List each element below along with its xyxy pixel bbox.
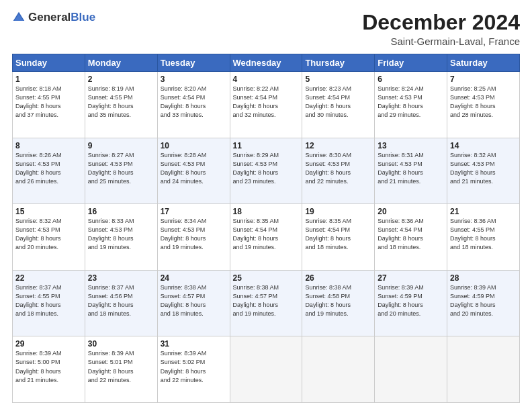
day-info: Sunrise: 8:35 AMSunset: 4:54 PMDaylight:… <box>233 217 300 252</box>
day-number: 22 <box>15 273 82 283</box>
header: GeneralBlue December 2024 Saint-Germain-… <box>12 11 520 47</box>
day-number: 31 <box>161 339 227 349</box>
day-number: 27 <box>378 273 444 283</box>
table-row: 31Sunrise: 8:39 AMSunset: 5:02 PMDayligh… <box>157 336 230 403</box>
table-row: 2Sunrise: 8:19 AMSunset: 4:55 PMDaylight… <box>85 72 157 138</box>
table-row: 3Sunrise: 8:20 AMSunset: 4:54 PMDaylight… <box>157 72 230 138</box>
table-row <box>230 336 302 403</box>
table-row: 16Sunrise: 8:33 AMSunset: 4:53 PMDayligh… <box>85 204 157 271</box>
day-info: Sunrise: 8:26 AMSunset: 4:53 PMDaylight:… <box>15 151 82 186</box>
col-friday: Friday <box>375 54 447 72</box>
day-info: Sunrise: 8:39 AMSunset: 5:00 PMDaylight:… <box>15 349 82 384</box>
day-number: 9 <box>88 141 154 150</box>
day-info: Sunrise: 8:35 AMSunset: 4:54 PMDaylight:… <box>305 217 371 252</box>
col-monday: Monday <box>85 54 157 72</box>
day-number: 25 <box>233 273 300 283</box>
calendar-week-row: 22Sunrise: 8:37 AMSunset: 4:55 PMDayligh… <box>13 270 520 336</box>
table-row: 10Sunrise: 8:28 AMSunset: 4:53 PMDayligh… <box>157 138 230 204</box>
table-row: 12Sunrise: 8:30 AMSunset: 4:53 PMDayligh… <box>302 138 375 204</box>
table-row: 22Sunrise: 8:37 AMSunset: 4:55 PMDayligh… <box>13 270 85 336</box>
table-row: 6Sunrise: 8:24 AMSunset: 4:53 PMDaylight… <box>375 72 447 138</box>
table-row: 17Sunrise: 8:34 AMSunset: 4:53 PMDayligh… <box>157 204 230 271</box>
day-number: 23 <box>88 273 154 283</box>
day-info: Sunrise: 8:28 AMSunset: 4:53 PMDaylight:… <box>161 151 227 186</box>
day-info: Sunrise: 8:37 AMSunset: 4:55 PMDaylight:… <box>15 283 82 318</box>
day-number: 16 <box>88 207 154 216</box>
day-number: 3 <box>161 75 227 84</box>
col-thursday: Thursday <box>302 54 375 72</box>
day-info: Sunrise: 8:24 AMSunset: 4:53 PMDaylight:… <box>378 85 444 120</box>
table-row: 30Sunrise: 8:39 AMSunset: 5:01 PMDayligh… <box>85 336 157 403</box>
day-info: Sunrise: 8:29 AMSunset: 4:53 PMDaylight:… <box>233 151 300 186</box>
day-number: 14 <box>450 141 517 150</box>
calendar-week-row: 8Sunrise: 8:26 AMSunset: 4:53 PMDaylight… <box>13 138 520 204</box>
day-info: Sunrise: 8:25 AMSunset: 4:53 PMDaylight:… <box>450 85 517 120</box>
day-number: 20 <box>378 207 444 216</box>
table-row: 25Sunrise: 8:38 AMSunset: 4:57 PMDayligh… <box>230 270 302 336</box>
day-info: Sunrise: 8:34 AMSunset: 4:53 PMDaylight:… <box>161 217 227 252</box>
day-info: Sunrise: 8:38 AMSunset: 4:58 PMDaylight:… <box>305 283 371 318</box>
day-number: 30 <box>88 339 154 349</box>
day-info: Sunrise: 8:32 AMSunset: 4:53 PMDaylight:… <box>15 217 82 252</box>
day-number: 11 <box>233 141 300 150</box>
day-info: Sunrise: 8:33 AMSunset: 4:53 PMDaylight:… <box>88 217 154 252</box>
table-row: 11Sunrise: 8:29 AMSunset: 4:53 PMDayligh… <box>230 138 302 204</box>
day-info: Sunrise: 8:18 AMSunset: 4:55 PMDaylight:… <box>15 85 82 120</box>
table-row: 7Sunrise: 8:25 AMSunset: 4:53 PMDaylight… <box>447 72 520 138</box>
day-info: Sunrise: 8:36 AMSunset: 4:54 PMDaylight:… <box>378 217 444 252</box>
table-row: 18Sunrise: 8:35 AMSunset: 4:54 PMDayligh… <box>230 204 302 271</box>
logo-icon <box>12 11 26 24</box>
day-info: Sunrise: 8:36 AMSunset: 4:55 PMDaylight:… <box>450 217 517 252</box>
calendar-week-row: 29Sunrise: 8:39 AMSunset: 5:00 PMDayligh… <box>13 336 520 403</box>
table-row <box>302 336 375 403</box>
calendar-table: Sunday Monday Tuesday Wednesday Thursday… <box>12 54 520 403</box>
table-row: 24Sunrise: 8:38 AMSunset: 4:57 PMDayligh… <box>157 270 230 336</box>
title-block: December 2024 Saint-Germain-Laval, Franc… <box>362 11 520 47</box>
day-info: Sunrise: 8:39 AMSunset: 5:01 PMDaylight:… <box>88 349 154 384</box>
table-row: 28Sunrise: 8:39 AMSunset: 4:59 PMDayligh… <box>447 270 520 336</box>
table-row: 1Sunrise: 8:18 AMSunset: 4:55 PMDaylight… <box>13 72 85 138</box>
table-row: 29Sunrise: 8:39 AMSunset: 5:00 PMDayligh… <box>13 336 85 403</box>
table-row: 19Sunrise: 8:35 AMSunset: 4:54 PMDayligh… <box>302 204 375 271</box>
page: GeneralBlue December 2024 Saint-Germain-… <box>0 0 532 411</box>
day-info: Sunrise: 8:31 AMSunset: 4:53 PMDaylight:… <box>378 151 444 186</box>
day-number: 24 <box>161 273 227 283</box>
day-number: 13 <box>378 141 444 150</box>
col-wednesday: Wednesday <box>230 54 302 72</box>
day-number: 21 <box>450 207 517 216</box>
table-row <box>447 336 520 403</box>
calendar-week-row: 1Sunrise: 8:18 AMSunset: 4:55 PMDaylight… <box>13 72 520 138</box>
day-info: Sunrise: 8:20 AMSunset: 4:54 PMDaylight:… <box>161 85 227 120</box>
day-number: 19 <box>305 207 371 216</box>
day-info: Sunrise: 8:32 AMSunset: 4:53 PMDaylight:… <box>450 151 517 186</box>
day-number: 15 <box>15 207 82 216</box>
day-number: 6 <box>378 75 444 84</box>
day-info: Sunrise: 8:22 AMSunset: 4:54 PMDaylight:… <box>233 85 300 120</box>
table-row: 23Sunrise: 8:37 AMSunset: 4:56 PMDayligh… <box>85 270 157 336</box>
table-row: 21Sunrise: 8:36 AMSunset: 4:55 PMDayligh… <box>447 204 520 271</box>
table-row: 8Sunrise: 8:26 AMSunset: 4:53 PMDaylight… <box>13 138 85 204</box>
calendar-header-row: Sunday Monday Tuesday Wednesday Thursday… <box>13 54 520 72</box>
table-row: 20Sunrise: 8:36 AMSunset: 4:54 PMDayligh… <box>375 204 447 271</box>
day-number: 26 <box>305 273 371 283</box>
table-row: 14Sunrise: 8:32 AMSunset: 4:53 PMDayligh… <box>447 138 520 204</box>
day-info: Sunrise: 8:39 AMSunset: 4:59 PMDaylight:… <box>378 283 444 318</box>
day-number: 4 <box>233 75 300 84</box>
day-info: Sunrise: 8:30 AMSunset: 4:53 PMDaylight:… <box>305 151 371 186</box>
day-info: Sunrise: 8:39 AMSunset: 4:59 PMDaylight:… <box>450 283 517 318</box>
day-number: 28 <box>450 273 517 283</box>
calendar-week-row: 15Sunrise: 8:32 AMSunset: 4:53 PMDayligh… <box>13 204 520 271</box>
day-info: Sunrise: 8:39 AMSunset: 5:02 PMDaylight:… <box>161 349 227 384</box>
table-row: 26Sunrise: 8:38 AMSunset: 4:58 PMDayligh… <box>302 270 375 336</box>
day-number: 29 <box>15 339 82 349</box>
day-info: Sunrise: 8:38 AMSunset: 4:57 PMDaylight:… <box>233 283 300 318</box>
day-number: 8 <box>15 141 82 150</box>
day-info: Sunrise: 8:23 AMSunset: 4:54 PMDaylight:… <box>305 85 371 120</box>
table-row: 4Sunrise: 8:22 AMSunset: 4:54 PMDaylight… <box>230 72 302 138</box>
col-tuesday: Tuesday <box>157 54 230 72</box>
day-number: 17 <box>161 207 227 216</box>
month-title: December 2024 <box>362 11 520 34</box>
table-row: 9Sunrise: 8:27 AMSunset: 4:53 PMDaylight… <box>85 138 157 204</box>
location-title: Saint-Germain-Laval, France <box>362 36 520 47</box>
day-number: 18 <box>233 207 300 216</box>
